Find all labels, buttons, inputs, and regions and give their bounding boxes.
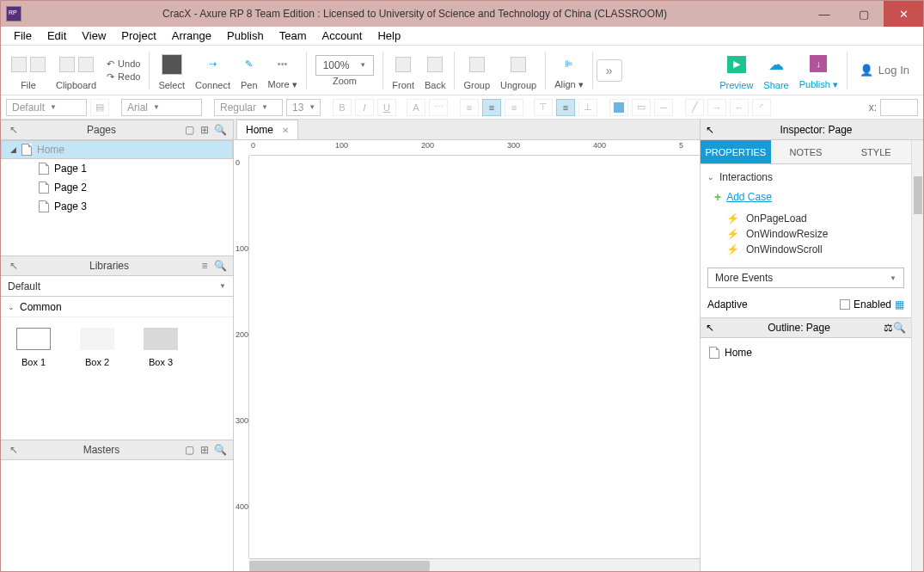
style-painter[interactable]: ▤ bbox=[90, 99, 109, 116]
widget-box1[interactable]: Box 1 bbox=[16, 328, 51, 367]
tab-home[interactable]: Home✕ bbox=[236, 120, 298, 139]
search-icon[interactable]: 🔍 bbox=[212, 124, 228, 136]
style-select[interactable]: Default▼ bbox=[6, 99, 87, 116]
page-icon bbox=[21, 144, 32, 156]
align-left[interactable]: ≡ bbox=[460, 99, 479, 116]
add-page-icon[interactable]: ▢ bbox=[181, 124, 197, 136]
toolbar-overflow[interactable]: » bbox=[597, 59, 622, 82]
more-events[interactable]: More Events▼ bbox=[707, 268, 904, 288]
menu-edit[interactable]: Edit bbox=[41, 28, 72, 44]
canvas[interactable] bbox=[249, 156, 700, 558]
redo-button[interactable]: ↷Redo bbox=[107, 71, 140, 83]
bold-button[interactable]: B bbox=[333, 99, 352, 116]
tab-style[interactable]: STYLE bbox=[841, 140, 911, 163]
tool-clipboard[interactable]: Clipboard bbox=[51, 46, 101, 95]
text-more[interactable]: ⋯ bbox=[429, 99, 448, 116]
menu-publish[interactable]: Publish bbox=[221, 28, 270, 44]
collapse-icon[interactable]: ↖ bbox=[6, 124, 21, 136]
maximize-button[interactable]: ▢ bbox=[844, 1, 884, 27]
widget-box2[interactable]: Box 2 bbox=[80, 328, 114, 367]
filter-icon[interactable]: ⚖ bbox=[884, 322, 893, 334]
event-onwindowresize[interactable]: ⚡OnWindowResize bbox=[726, 228, 904, 240]
minimize-button[interactable]: — bbox=[805, 1, 844, 27]
valign-bottom[interactable]: ⊥ bbox=[578, 99, 597, 116]
weight-select[interactable]: Regular▼ bbox=[214, 99, 283, 116]
tool-preview[interactable]: ▶Preview bbox=[714, 46, 758, 95]
close-button[interactable]: ✕ bbox=[884, 1, 923, 27]
scrollbar-h[interactable] bbox=[249, 558, 700, 572]
add-master-icon[interactable]: ▢ bbox=[181, 444, 197, 456]
page-home[interactable]: ◢Home bbox=[1, 140, 233, 159]
border-color[interactable]: ▭ bbox=[632, 99, 651, 116]
page-1[interactable]: Page 1 bbox=[1, 159, 233, 178]
tool-more[interactable]: •••More ▾ bbox=[263, 46, 303, 95]
menu-file[interactable]: File bbox=[8, 28, 38, 44]
menu-view[interactable]: View bbox=[76, 28, 112, 44]
event-onwindowscroll[interactable]: ⚡OnWindowScroll bbox=[726, 243, 904, 255]
tool-front[interactable]: Front bbox=[387, 46, 419, 95]
tool-zoom: 100%▼ Zoom bbox=[310, 46, 380, 95]
page-3[interactable]: Page 3 bbox=[1, 197, 233, 216]
tool-align[interactable]: ⊫Align ▾ bbox=[549, 46, 589, 95]
size-select[interactable]: 13▼ bbox=[286, 99, 321, 116]
select-icon bbox=[162, 54, 182, 75]
add-folder-icon[interactable]: ⊞ bbox=[197, 444, 212, 456]
menu-account[interactable]: Account bbox=[315, 28, 368, 44]
search-icon[interactable]: 🔍 bbox=[893, 322, 906, 334]
outline-home[interactable]: Home bbox=[706, 343, 906, 362]
add-folder-icon[interactable]: ⊞ bbox=[197, 124, 212, 136]
menu-team[interactable]: Team bbox=[273, 28, 313, 44]
tool-select[interactable]: Select bbox=[153, 46, 190, 95]
font-select[interactable]: Arial▼ bbox=[121, 99, 202, 116]
align-center[interactable]: ≡ bbox=[482, 99, 501, 116]
interactions-section[interactable]: ⌄Interactions bbox=[707, 171, 904, 183]
tab-properties[interactable]: PROPERTIES bbox=[701, 140, 771, 163]
event-onpageload[interactable]: ⚡OnPageLoad bbox=[726, 212, 904, 224]
search-icon[interactable]: 🔍 bbox=[212, 260, 228, 272]
collapse-icon[interactable]: ↖ bbox=[706, 322, 714, 334]
page-2[interactable]: Page 2 bbox=[1, 178, 233, 197]
menu-help[interactable]: Help bbox=[371, 28, 407, 44]
tool-share[interactable]: ☁Share bbox=[758, 46, 793, 95]
tool-back[interactable]: Back bbox=[419, 46, 450, 95]
tool-connect[interactable]: ⇢Connect bbox=[190, 46, 236, 95]
widget-box3[interactable]: Box 3 bbox=[144, 328, 178, 367]
tool-publish[interactable]: ↓Publish ▾ bbox=[794, 46, 843, 95]
collapse-icon[interactable]: ↖ bbox=[6, 444, 21, 456]
collapse-icon[interactable]: ↖ bbox=[6, 260, 21, 272]
lib-menu-icon[interactable]: ≡ bbox=[197, 260, 212, 272]
line-style[interactable]: ╱ bbox=[685, 99, 704, 116]
align-right[interactable]: ≡ bbox=[505, 99, 523, 116]
category-common[interactable]: ⌄Common bbox=[1, 297, 233, 317]
valign-top[interactable]: ⊤ bbox=[534, 99, 553, 116]
valign-middle[interactable]: ≡ bbox=[556, 99, 575, 116]
login-button[interactable]: 👤Log In bbox=[851, 64, 918, 77]
underline-button[interactable]: U bbox=[377, 99, 396, 116]
tab-notes[interactable]: NOTES bbox=[771, 140, 841, 163]
tool-file[interactable]: File bbox=[6, 46, 51, 95]
border-width[interactable]: ─ bbox=[654, 99, 673, 116]
enabled-checkbox[interactable] bbox=[840, 299, 850, 310]
corner-radius[interactable]: ◜ bbox=[752, 99, 771, 116]
tool-ungroup[interactable]: Ungroup bbox=[495, 46, 542, 95]
menu-project[interactable]: Project bbox=[115, 28, 162, 44]
collapse-icon[interactable]: ↖ bbox=[706, 124, 714, 136]
line-arrow2[interactable]: ← bbox=[730, 99, 749, 116]
menu-arrange[interactable]: Arrange bbox=[166, 28, 217, 44]
zoom-select[interactable]: 100%▼ bbox=[315, 55, 375, 76]
tool-pen[interactable]: ✎Pen bbox=[236, 46, 263, 95]
line-arrow[interactable]: → bbox=[707, 99, 726, 116]
search-icon[interactable]: 🔍 bbox=[212, 444, 228, 456]
text-color[interactable]: A bbox=[407, 99, 425, 116]
undo-button[interactable]: ↶Undo bbox=[107, 58, 140, 70]
x-input[interactable] bbox=[880, 99, 918, 116]
add-case[interactable]: +Add Case bbox=[714, 190, 904, 204]
adaptive-icon[interactable]: ▦ bbox=[895, 298, 904, 311]
italic-button[interactable]: I bbox=[355, 99, 374, 116]
close-tab-icon[interactable]: ✕ bbox=[282, 126, 289, 135]
more-icon: ••• bbox=[275, 56, 291, 71]
scrollbar-v[interactable] bbox=[911, 140, 923, 572]
library-select[interactable]: Default▼ bbox=[1, 276, 233, 297]
fill-color[interactable] bbox=[609, 99, 628, 116]
tool-group[interactable]: Group bbox=[458, 46, 495, 95]
